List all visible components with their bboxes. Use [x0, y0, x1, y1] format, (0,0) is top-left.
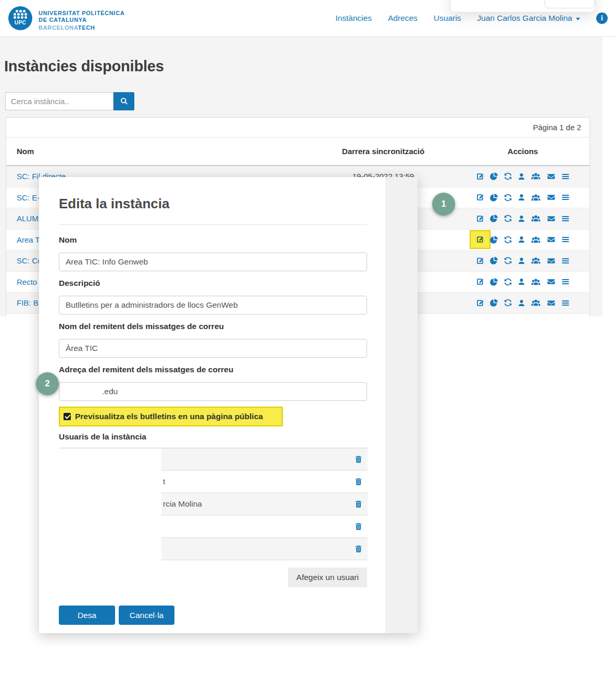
envelope-icon[interactable] [546, 235, 556, 244]
edit-icon[interactable] [476, 278, 484, 286]
pie-chart-icon[interactable] [489, 235, 498, 244]
edit-icon[interactable] [476, 215, 484, 223]
adreca-remitent-input[interactable]: .edu [59, 382, 367, 401]
upc-logo-icon: UPC [8, 6, 32, 30]
page: UPC UNIVERSITAT POLITÈCNICA DE CATALUNYA… [0, 0, 616, 680]
annotation-step-1: 1 [432, 193, 455, 216]
logo-line3: BARCELONATECH [39, 24, 124, 31]
search-button[interactable] [114, 92, 134, 110]
field-label-descripcio: Descripció [59, 279, 367, 288]
nav-instancies[interactable]: Instàncies [335, 14, 372, 23]
menu-bars-icon[interactable] [561, 299, 570, 307]
search-bar [5, 92, 134, 110]
preview-checkbox[interactable] [64, 413, 71, 420]
edit-icon[interactable] [476, 172, 484, 181]
col-accions: Accions [456, 147, 589, 156]
trash-icon[interactable] [355, 522, 362, 531]
row-actions [456, 214, 589, 223]
envelope-icon[interactable] [546, 299, 556, 307]
user-icon[interactable] [518, 278, 525, 286]
table-header: Nom Darrera sincronització Accions [6, 137, 589, 166]
trash-icon[interactable] [355, 455, 362, 464]
edit-icon[interactable] [476, 299, 484, 307]
pie-chart-icon[interactable] [489, 172, 498, 181]
pie-chart-icon[interactable] [489, 256, 498, 265]
edit-icon[interactable] [470, 230, 491, 249]
sync-icon[interactable] [504, 256, 512, 265]
edit-icon[interactable] [476, 257, 484, 265]
user-menu[interactable]: Juan Carlos Garcia Molina [477, 14, 580, 23]
row-actions [456, 172, 589, 181]
logo-line1: UNIVERSITAT POLITÈCNICA [39, 10, 124, 17]
sync-icon[interactable] [504, 193, 512, 202]
users-icon[interactable] [531, 193, 541, 202]
pie-chart-icon[interactable] [489, 298, 498, 307]
users-icon[interactable] [531, 278, 541, 286]
row-actions [456, 278, 589, 286]
sync-icon[interactable] [504, 172, 512, 181]
search-input[interactable] [5, 92, 114, 110]
nav-usuaris[interactable]: Usuaris [434, 14, 461, 23]
nom-remitent-input[interactable]: Àrea TIC [59, 339, 367, 358]
modal-divider [59, 224, 367, 225]
col-nom: Nom [6, 147, 310, 156]
user-icon[interactable] [518, 215, 525, 223]
envelope-icon[interactable] [546, 278, 556, 286]
trash-icon[interactable] [355, 500, 362, 509]
row-actions [456, 235, 589, 244]
sync-icon[interactable] [504, 278, 512, 286]
menu-bars-icon[interactable] [561, 278, 570, 286]
row-actions [456, 256, 589, 265]
info-icon[interactable]: i [596, 12, 608, 24]
envelope-icon[interactable] [546, 193, 556, 202]
user-icon[interactable] [518, 257, 525, 265]
add-user-button[interactable]: Afegeix un usuari [288, 568, 367, 587]
save-button[interactable]: Desa [59, 606, 115, 625]
menu-bars-icon[interactable] [561, 235, 570, 244]
sync-icon[interactable] [504, 235, 512, 244]
pie-chart-icon[interactable] [489, 214, 498, 223]
menu-bars-icon[interactable] [561, 215, 570, 223]
users-icon[interactable] [531, 298, 541, 307]
user-name-fragment: rcia Molina [163, 499, 202, 509]
clipped-popup-button [545, 0, 595, 8]
users-icon[interactable] [531, 172, 541, 181]
sync-icon[interactable] [504, 214, 512, 223]
cancel-button[interactable]: Cancel·la [119, 606, 174, 625]
modal-footer: Desa Cancel·la [59, 606, 367, 625]
user-name-fragment: t [163, 477, 165, 486]
user-icon[interactable] [518, 299, 525, 307]
user-icon[interactable] [518, 235, 525, 244]
envelope-icon[interactable] [546, 172, 556, 181]
menu-bars-icon[interactable] [561, 193, 570, 202]
row-actions [456, 193, 589, 202]
user-icon[interactable] [518, 172, 525, 181]
col-darrera-sincronitzacio: Darrera sincronització [310, 147, 456, 156]
redaction-overlay [59, 448, 161, 560]
nav-adreces[interactable]: Adreces [388, 14, 418, 23]
pie-chart-icon[interactable] [489, 193, 498, 202]
users-icon[interactable] [531, 214, 541, 223]
menu-bars-icon[interactable] [561, 172, 570, 181]
nom-input[interactable]: Area TIC: Info Genweb [59, 253, 367, 271]
trash-icon[interactable] [355, 545, 362, 553]
trash-icon[interactable] [355, 477, 362, 486]
pie-chart-icon[interactable] [489, 278, 498, 286]
envelope-icon[interactable] [546, 257, 556, 265]
sync-icon[interactable] [504, 298, 512, 307]
modal-title: Edita la instància [59, 196, 367, 212]
clipped-popup [450, 0, 596, 12]
users-icon[interactable] [531, 235, 541, 244]
users-section-label: Usuaris de la instància [59, 432, 367, 442]
envelope-icon[interactable] [546, 215, 556, 223]
caret-down-icon [576, 18, 580, 20]
preview-checkbox-highlight: Previsualitza els butlletins en una pàgi… [59, 407, 283, 426]
descripcio-input[interactable]: Butlletins per a administradors de llocs… [59, 296, 367, 314]
user-icon[interactable] [518, 193, 525, 202]
preview-checkbox-label: Previsualitza els butlletins en una pàgi… [75, 412, 263, 421]
menu-bars-icon[interactable] [561, 257, 570, 265]
edit-icon[interactable] [476, 193, 484, 202]
panel-head: Pàgina 1 de 2 [6, 118, 589, 137]
field-label-adreca-remitent: Adreça del remitent dels missatges de co… [59, 365, 367, 374]
users-icon[interactable] [531, 256, 541, 265]
